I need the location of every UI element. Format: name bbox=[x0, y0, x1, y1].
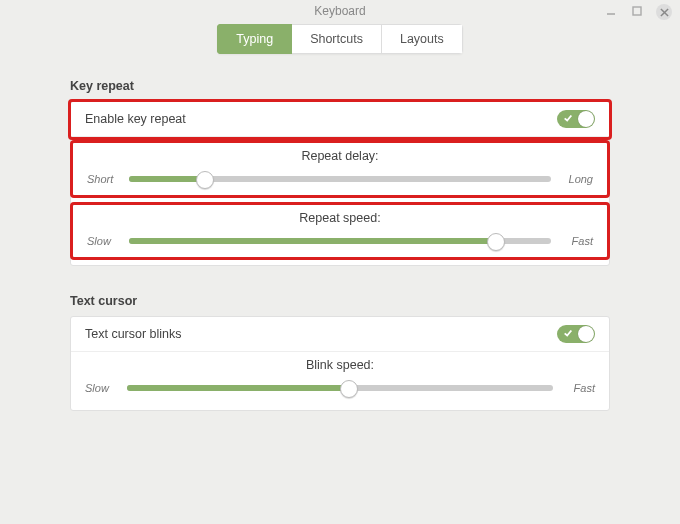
blink-speed-right-label: Fast bbox=[561, 382, 595, 394]
slider-fill bbox=[127, 385, 349, 391]
text-cursor-heading: Text cursor bbox=[70, 294, 610, 308]
tab-layouts[interactable]: Layouts bbox=[382, 24, 463, 54]
tab-shortcuts[interactable]: Shortcuts bbox=[292, 24, 382, 54]
repeat-speed-right-label: Fast bbox=[559, 235, 593, 247]
slider-thumb[interactable] bbox=[487, 233, 505, 251]
checkmark-icon bbox=[563, 113, 573, 123]
tabs-container: Typing Shortcuts Layouts bbox=[0, 24, 680, 54]
repeat-delay-block: Repeat delay: Short Long bbox=[73, 143, 607, 195]
tab-layouts-label: Layouts bbox=[400, 32, 444, 46]
text-cursor-panel: Text cursor blinks Blink speed: Slow Fas… bbox=[70, 316, 610, 411]
slider-fill bbox=[129, 238, 496, 244]
enable-key-repeat-label: Enable key repeat bbox=[85, 112, 186, 126]
repeat-speed-left-label: Slow bbox=[87, 235, 121, 247]
key-repeat-heading: Key repeat bbox=[70, 79, 610, 93]
svg-rect-1 bbox=[633, 7, 641, 15]
slider-thumb[interactable] bbox=[340, 380, 358, 398]
slider-fill bbox=[129, 176, 205, 182]
window-title: Keyboard bbox=[314, 4, 365, 18]
slider-thumb[interactable] bbox=[196, 171, 214, 189]
close-icon[interactable] bbox=[656, 4, 672, 20]
tab-typing-label: Typing bbox=[236, 32, 273, 46]
text-cursor-blinks-row: Text cursor blinks bbox=[71, 317, 609, 352]
repeat-delay-slider[interactable] bbox=[129, 176, 551, 182]
repeat-speed-slider[interactable] bbox=[129, 238, 551, 244]
title-bar: Keyboard bbox=[0, 0, 680, 22]
tab-shortcuts-label: Shortcuts bbox=[310, 32, 363, 46]
blink-speed-title: Blink speed: bbox=[85, 358, 595, 372]
blink-speed-left-label: Slow bbox=[85, 382, 119, 394]
switch-knob bbox=[578, 111, 594, 127]
repeat-speed-block: Repeat speed: Slow Fast bbox=[73, 205, 607, 257]
tab-typing[interactable]: Typing bbox=[217, 24, 292, 54]
maximize-icon[interactable] bbox=[630, 4, 644, 18]
enable-key-repeat-switch[interactable] bbox=[557, 110, 595, 128]
repeat-delay-right-label: Long bbox=[559, 173, 593, 185]
repeat-speed-title: Repeat speed: bbox=[87, 211, 593, 225]
repeat-delay-left-label: Short bbox=[87, 173, 121, 185]
minimize-icon[interactable] bbox=[604, 4, 618, 18]
checkmark-icon bbox=[563, 328, 573, 338]
text-cursor-blinks-label: Text cursor blinks bbox=[85, 327, 182, 341]
repeat-delay-title: Repeat delay: bbox=[87, 149, 593, 163]
switch-knob bbox=[578, 326, 594, 342]
enable-key-repeat-row: Enable key repeat bbox=[71, 102, 609, 137]
text-cursor-blinks-switch[interactable] bbox=[557, 325, 595, 343]
blink-speed-slider[interactable] bbox=[127, 385, 553, 391]
blink-speed-block: Blink speed: Slow Fast bbox=[71, 352, 609, 404]
key-repeat-panel: Enable key repeat Repeat delay: Short Lo… bbox=[70, 101, 610, 266]
window-controls bbox=[604, 4, 672, 20]
